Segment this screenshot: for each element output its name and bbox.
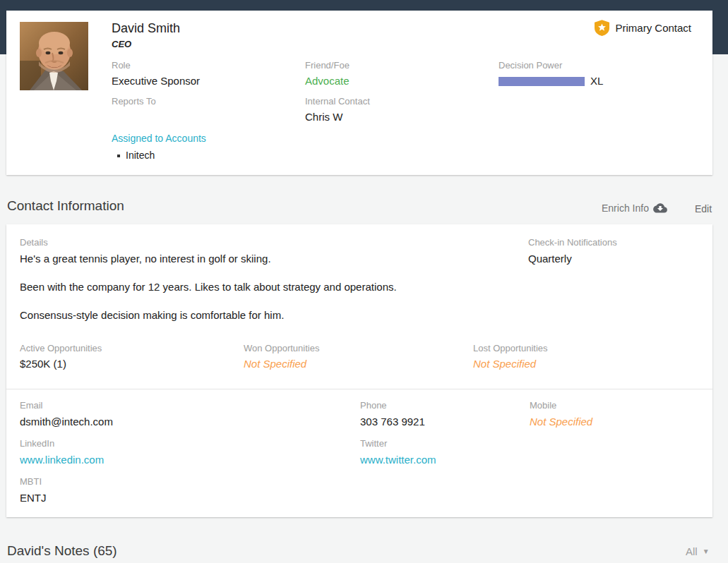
phone-value: 303 763 9921: [360, 416, 425, 428]
primary-contact-badge: Primary Contact: [595, 20, 691, 36]
active-opportunities-label: Active Opportunities: [20, 343, 102, 353]
edit-button[interactable]: Edit: [695, 203, 712, 214]
bullet-icon: [117, 155, 120, 157]
won-opportunities-value: Not Specified: [244, 358, 306, 370]
twitter-label: Twitter: [360, 438, 387, 449]
decision-power-label: Decision Power: [499, 60, 562, 71]
contact-information-card: Details He's a great tennis player, no i…: [6, 224, 712, 517]
assigned-to-accounts-link[interactable]: Assigned to Accounts: [112, 133, 206, 144]
details-paragraph: Consensus-style decision making is comfo…: [20, 309, 284, 321]
notes-section-title: David's Notes (65): [7, 543, 117, 559]
phone-label: Phone: [360, 400, 387, 411]
role-value: Executive Sponsor: [112, 75, 200, 87]
contact-information-title: Contact Information: [7, 198, 124, 214]
role-label: Role: [112, 60, 131, 71]
lost-opportunities-label: Lost Opportunities: [473, 343, 548, 353]
mbti-value: ENTJ: [20, 492, 47, 504]
contact-name: David Smith: [112, 21, 180, 36]
email-value: dsmith@intech.com: [20, 416, 113, 428]
notes-filter-dropdown[interactable]: All ▼: [686, 545, 710, 557]
active-opportunities-value: $250K (1): [20, 358, 66, 370]
notes-filter-value: All: [686, 545, 698, 557]
cloud-download-icon: [653, 203, 667, 213]
contact-detail-page: David Smith CEO Primary Contact Role Exe…: [0, 0, 728, 563]
mbti-label: MBTI: [20, 476, 42, 487]
primary-contact-label: Primary Contact: [615, 22, 691, 34]
account-list-item[interactable]: Initech: [117, 149, 155, 162]
decision-power-value: XL: [590, 75, 603, 87]
chevron-down-icon: ▼: [703, 547, 710, 555]
mobile-label: Mobile: [530, 400, 556, 411]
details-paragraph: Been with the company for 12 years. Like…: [20, 281, 397, 293]
mobile-value: Not Specified: [530, 416, 592, 428]
shield-star-icon: [595, 20, 609, 36]
checkin-notifications-label: Check-in Notifications: [528, 237, 617, 248]
twitter-link[interactable]: www.twitter.com: [360, 454, 436, 466]
reports-to-label: Reports To: [112, 96, 156, 107]
internal-contact-value: Chris W: [305, 111, 342, 123]
internal-contact-label: Internal Contact: [305, 96, 370, 107]
details-label: Details: [20, 237, 48, 248]
contact-header-card: David Smith CEO Primary Contact Role Exe…: [6, 11, 712, 175]
email-label: Email: [20, 400, 43, 411]
lost-opportunities-value: Not Specified: [473, 358, 536, 370]
enrich-info-button[interactable]: Enrich Info: [602, 202, 667, 214]
linkedin-label: LinkedIn: [20, 438, 54, 449]
avatar: [20, 22, 88, 90]
linkedin-link[interactable]: www.linkedin.com: [20, 454, 104, 466]
account-name[interactable]: Initech: [126, 150, 155, 161]
friend-foe-label: Friend/Foe: [305, 60, 350, 71]
section-divider: [6, 389, 712, 389]
checkin-notifications-value: Quarterly: [528, 253, 572, 265]
details-paragraph: He's a great tennis player, no interest …: [20, 253, 271, 265]
friend-foe-value: Advocate: [305, 75, 350, 87]
decision-power-bar: [499, 77, 585, 86]
enrich-info-label: Enrich Info: [602, 202, 649, 214]
won-opportunities-label: Won Opportunities: [244, 343, 319, 353]
contact-job-title: CEO: [112, 39, 131, 49]
avatar-photo: [20, 22, 88, 90]
